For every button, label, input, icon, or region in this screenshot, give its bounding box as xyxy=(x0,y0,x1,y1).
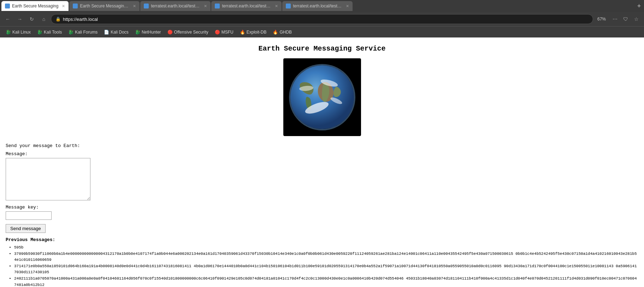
address-bar[interactable]: 🔒 https://earth.local xyxy=(51,14,593,24)
tab-tab1[interactable]: Earth Secure Messaging✕ xyxy=(1,1,69,11)
message-label: Message: xyxy=(6,151,638,157)
key-input[interactable] xyxy=(6,211,52,220)
form-section: Send your message to Earth: Message: Mes… xyxy=(0,143,644,287)
message-textarea[interactable] xyxy=(6,158,90,200)
tab-tab3[interactable]: terratest.earth.local/testdat…✕ xyxy=(140,1,211,11)
bookmark-bm8[interactable]: 🔥Exploit-DB xyxy=(237,28,270,36)
new-tab-button[interactable]: + xyxy=(634,1,644,11)
lock-icon: 🔒 xyxy=(55,17,61,22)
home-button[interactable]: ⌂ xyxy=(39,14,49,24)
shield-icon: 🛡 xyxy=(621,14,631,24)
zoom-indicator: 67% xyxy=(595,17,608,22)
earth-svg xyxy=(287,62,358,133)
bookmark-bm3[interactable]: 🐉Kali Forums xyxy=(65,28,100,36)
list-item: 2402111b1a0705070a41000a431a000a0e0a0f04… xyxy=(14,276,638,287)
menu-button[interactable]: ⋯ xyxy=(610,14,620,24)
bookmark-bm4[interactable]: 📄Kali Docs xyxy=(101,28,131,36)
nav-right-buttons: ⋯ 🛡 ☆ xyxy=(610,14,641,24)
list-item: 3714171e0b0a550a1859101d064b160a191a4b00… xyxy=(14,263,638,276)
list-item: 37090b59030f11060b0a1b4e0000000000000043… xyxy=(14,251,638,263)
page-content: Earth Secure Messaging Service xyxy=(0,37,644,287)
earth-image xyxy=(283,58,361,136)
send-message-button[interactable]: Send message xyxy=(6,224,46,233)
page-title: Earth Secure Messaging Service xyxy=(0,45,644,53)
list-item: 595b xyxy=(14,245,638,251)
reload-button[interactable]: ↻ xyxy=(27,14,37,24)
send-label: Send your message to Earth: xyxy=(6,143,638,148)
bookmark-bm5[interactable]: 🐉NetHunter xyxy=(132,28,164,36)
tab-bar: Earth Secure Messaging✕Earth Secure Mess… xyxy=(0,0,644,12)
tab-tab2[interactable]: Earth Secure Messaging Adr…✕ xyxy=(69,1,140,11)
bookmarks-bar: 🐉Kali Linux🐉Kali Tools🐉Kali Forums📄Kali … xyxy=(0,26,644,37)
tab-tab5[interactable]: terratest.earth.local/testing…✕ xyxy=(282,1,353,11)
bookmark-bm1[interactable]: 🐉Kali Linux xyxy=(3,28,34,36)
browser-chrome: Earth Secure Messaging✕Earth Secure Mess… xyxy=(0,0,644,37)
forward-button[interactable]: → xyxy=(15,14,25,24)
nav-bar: ← → ↻ ⌂ 🔒 https://earth.local 67% ⋯ 🛡 ☆ xyxy=(0,12,644,26)
bookmark-bm7[interactable]: 🔴MSFU xyxy=(212,28,236,36)
back-button[interactable]: ← xyxy=(3,14,13,24)
messages-list: 595b37090b59030f11060b0a1b4e000000000000… xyxy=(6,245,638,287)
star-icon[interactable]: ☆ xyxy=(631,14,641,24)
prev-messages-label: Previous Messages: xyxy=(6,237,638,242)
url-text: https://earth.local xyxy=(63,17,98,22)
bookmark-bm9[interactable]: 🔥GHDB xyxy=(270,28,295,36)
key-label: Message key: xyxy=(6,205,638,210)
bookmark-bm6[interactable]: 🔴Offensive Security xyxy=(165,28,211,36)
bookmark-bm2[interactable]: 🐉Kali Tools xyxy=(34,28,65,36)
tab-tab4[interactable]: terratest.earth.local/testing…✕ xyxy=(211,1,282,11)
